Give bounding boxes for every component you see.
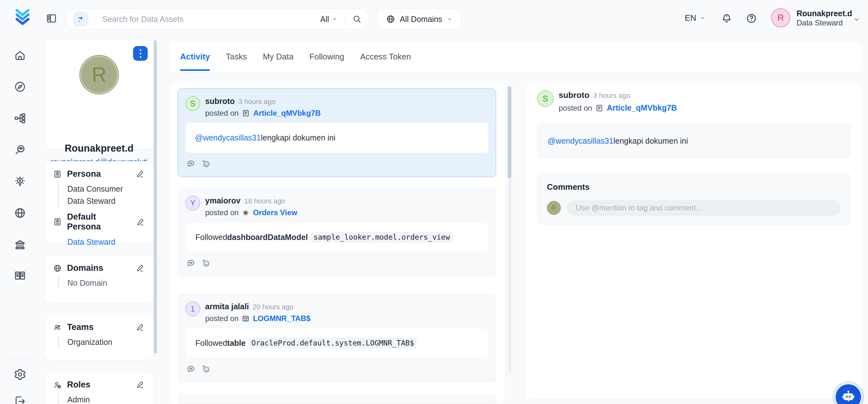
profile-scrollbar[interactable] xyxy=(154,40,157,353)
language-dropdown[interactable]: EN xyxy=(685,11,706,24)
persona-badge-icon xyxy=(53,218,62,226)
comment-input[interactable] xyxy=(567,200,841,215)
nav-insights-icon[interactable] xyxy=(11,173,29,190)
search-icon[interactable] xyxy=(352,14,362,24)
teams-users-icon xyxy=(53,323,62,332)
mention-link[interactable]: @wendycasillas31 xyxy=(548,136,613,146)
domains-title: Domains xyxy=(67,263,103,273)
detail-header: S subroto3 hours ago posted on Article_q… xyxy=(537,90,850,113)
nav-explore-icon[interactable] xyxy=(11,78,29,95)
feed-user-name[interactable]: ymaiorov xyxy=(205,196,241,205)
sidebar-toggle-icon[interactable] xyxy=(46,12,58,25)
nav-settings-gear-icon[interactable] xyxy=(11,366,29,383)
profile-more-menu-icon[interactable] xyxy=(133,46,148,61)
chevron-down-icon xyxy=(700,15,706,21)
feed-timestamp: 18 hours ago xyxy=(244,197,285,205)
detail-timestamp: 3 hours ago xyxy=(593,91,630,99)
thread-icon[interactable] xyxy=(185,258,196,268)
globe-icon xyxy=(386,14,395,24)
search-scope-label: All xyxy=(320,15,329,24)
edit-roles-pencil-icon[interactable] xyxy=(135,380,145,390)
user-menu[interactable]: Rounakpreet.d Data Steward xyxy=(797,9,852,27)
search-input[interactable] xyxy=(102,15,320,24)
feed-message: Followed dashboardDataModelsample_looker… xyxy=(185,222,488,252)
add-reaction-icon[interactable] xyxy=(201,158,212,169)
profile-avatar: R xyxy=(80,55,119,94)
comments-section: Comments R xyxy=(537,173,850,225)
avatar: R xyxy=(547,201,561,215)
tab-access-token[interactable]: Access Token xyxy=(360,41,411,73)
persona-header: Persona xyxy=(53,169,145,179)
add-reaction-icon[interactable] xyxy=(201,364,212,374)
thread-icon[interactable] xyxy=(185,158,196,169)
all-domains-dropdown[interactable]: All Domains xyxy=(377,8,462,30)
detail-user-name[interactable]: subroto xyxy=(559,90,589,100)
tab-activity[interactable]: Activity xyxy=(180,41,210,73)
all-domains-label: All Domains xyxy=(400,15,442,24)
edit-default-persona-pencil-icon[interactable] xyxy=(136,217,145,227)
domains-card: Domains No Domain xyxy=(44,255,154,303)
avatar-letter: R xyxy=(777,13,784,23)
feed-action-label: posted on xyxy=(205,109,239,118)
user-menu-chevron-icon[interactable] xyxy=(852,15,861,24)
ai-sparkles-icon[interactable] xyxy=(73,12,88,26)
help-icon[interactable] xyxy=(746,12,758,25)
tab-following[interactable]: Following xyxy=(309,41,344,73)
nav-home-icon[interactable] xyxy=(11,47,29,64)
avatar: S xyxy=(185,96,200,111)
app-logo-icon[interactable] xyxy=(13,8,32,27)
nav-domains-icon[interactable] xyxy=(11,204,29,222)
nav-glossary-icon[interactable] xyxy=(11,267,29,284)
user-avatar[interactable]: R xyxy=(771,8,790,27)
mention-link[interactable]: @wendycasillas31 xyxy=(195,133,261,142)
edit-persona-pencil-icon[interactable] xyxy=(135,169,145,179)
message-text: Followed xyxy=(195,233,227,242)
thread-icon[interactable] xyxy=(185,364,196,374)
tab-tasks[interactable]: Tasks xyxy=(226,41,247,73)
team-item: Organization xyxy=(67,336,145,348)
comment-input-row: R xyxy=(547,200,841,215)
message-text: lengkapi dokumen ini xyxy=(613,136,688,146)
feed-user-name[interactable]: armita jalali xyxy=(205,302,249,311)
search-scope-dropdown[interactable]: All xyxy=(320,15,338,24)
article-icon xyxy=(595,104,603,112)
detail-target-link[interactable]: Article_qMVbkg7B xyxy=(607,103,677,113)
feed-action-label: posted on xyxy=(205,314,239,323)
globe-icon xyxy=(53,264,62,273)
feed-timestamp: 3 hours ago xyxy=(239,97,275,106)
divider xyxy=(345,13,345,25)
feed-card-selected[interactable]: S subroto3 hours ago posted on Article_q… xyxy=(178,88,496,177)
message-bold: dashboardDataModel xyxy=(227,233,308,242)
feed-reactions xyxy=(185,258,488,268)
nav-observability-icon[interactable] xyxy=(11,141,29,158)
default-persona-value[interactable]: Data Steward xyxy=(67,237,145,247)
feed-card-header: 1 armita jalali20 hours ago posted on LO… xyxy=(185,301,488,323)
add-reaction-icon[interactable] xyxy=(201,258,212,268)
persona-badge-icon xyxy=(53,170,62,179)
teams-title: Teams xyxy=(67,322,94,332)
feed-user-name[interactable]: subroto xyxy=(205,97,235,106)
global-search-bar: All xyxy=(65,8,370,30)
feed-scrollbar[interactable] xyxy=(508,86,512,178)
article-icon xyxy=(242,109,250,117)
edit-teams-pencil-icon[interactable] xyxy=(135,323,145,332)
notifications-bell-icon[interactable] xyxy=(721,12,734,25)
feed-target-link[interactable]: Article_qMVbkg7B xyxy=(253,109,320,118)
feed-card[interactable]: Y ymaiorov18 hours ago posted on Orders … xyxy=(178,188,496,277)
feed-target-link[interactable]: Orders View xyxy=(253,208,297,217)
domains-items: No Domain xyxy=(58,277,145,289)
feed-message: @wendycasillas31 lengkapi dokumen ini xyxy=(185,123,488,152)
nav-govern-icon[interactable] xyxy=(11,236,29,253)
feed-card[interactable]: 1 armita jalali20 hours ago posted on LO… xyxy=(178,294,496,382)
avatar-letter: R xyxy=(92,63,106,86)
nav-logout-icon[interactable] xyxy=(11,393,29,404)
edit-domains-pencil-icon[interactable] xyxy=(135,263,145,273)
detail-action-label: posted on xyxy=(559,104,592,113)
nav-data-assets-icon[interactable] xyxy=(11,110,29,127)
feed-target-link[interactable]: LOGMNR_TAB$ xyxy=(253,314,310,323)
feed-card-partial[interactable]: 1 armita jalali xyxy=(178,395,496,404)
activity-feed: S subroto3 hours ago posted on Article_q… xyxy=(168,83,505,404)
avatar-letter: Y xyxy=(190,199,195,207)
chevron-down-icon xyxy=(446,16,453,22)
tab-my-data[interactable]: My Data xyxy=(262,41,293,73)
